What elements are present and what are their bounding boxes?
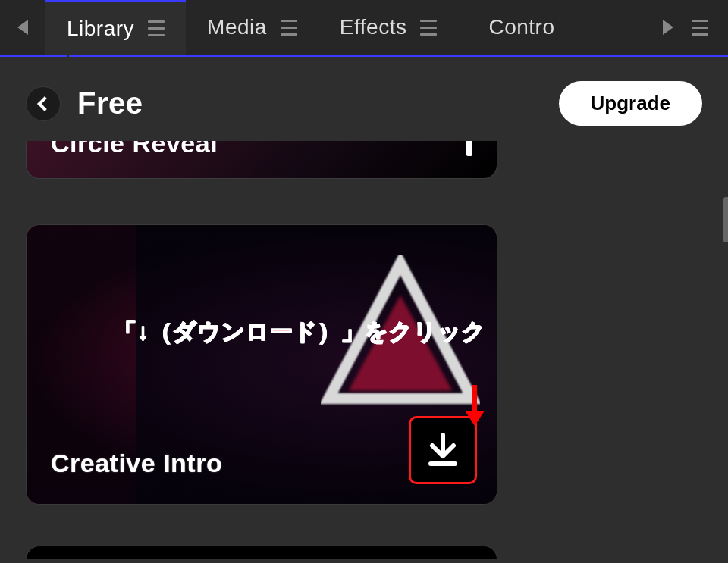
scrollbar-thumb[interactable]	[723, 197, 728, 242]
tab-controls[interactable]: Contro	[458, 0, 663, 55]
chevron-right-icon	[663, 20, 673, 35]
header-row: Free Upgrade	[0, 57, 728, 141]
template-title: Creative Intro	[51, 449, 222, 478]
template-title: Circle Reveal	[51, 141, 218, 156]
tab-label: Contro	[488, 15, 554, 39]
info-icon	[466, 141, 472, 156]
page-title: Free	[77, 86, 143, 120]
tab-label: Library	[67, 17, 134, 41]
chevron-left-icon	[37, 96, 52, 111]
tab-label: Media	[207, 15, 267, 39]
grip-icon	[692, 20, 708, 36]
tab-effects[interactable]: Effects	[318, 0, 459, 55]
download-icon	[425, 432, 461, 468]
tab-library[interactable]: Library	[46, 0, 186, 55]
grip-icon	[420, 20, 437, 36]
chevron-left-icon	[17, 20, 28, 35]
library-content: Circle Reveal Creative Intro	[0, 141, 728, 559]
template-card-prev[interactable]: Circle Reveal	[26, 141, 497, 179]
app-frame: Library Media Effects Contro Free Upgrad…	[0, 0, 728, 563]
grip-icon	[148, 20, 165, 36]
annotation-label: 「↓（ダウンロード）」をクリック	[114, 317, 486, 348]
upgrade-button[interactable]: Upgrade	[559, 81, 702, 126]
svg-rect-4	[472, 385, 477, 412]
tab-media[interactable]: Media	[186, 0, 318, 55]
tab-label: Effects	[340, 15, 407, 39]
tab-scroll-right[interactable]	[663, 0, 728, 55]
back-button[interactable]	[26, 86, 61, 121]
template-card-creative-intro[interactable]: Creative Intro	[26, 224, 497, 505]
grip-icon	[281, 20, 297, 36]
template-card-next[interactable]	[26, 546, 497, 559]
annotation-arrow-icon	[465, 385, 485, 429]
tab-bar: Library Media Effects Contro	[0, 0, 728, 57]
svg-marker-5	[465, 411, 485, 426]
tab-scroll-left[interactable]	[0, 0, 46, 55]
